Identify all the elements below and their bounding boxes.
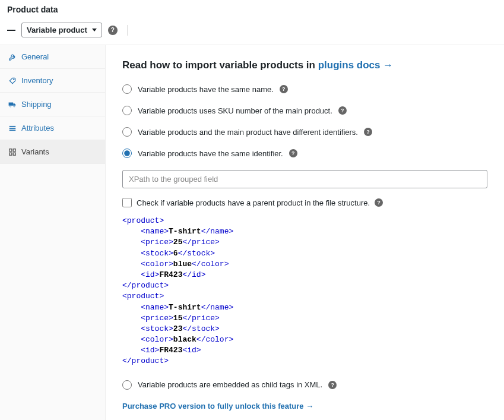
sidebar: General Inventory Shipping Attributes Va… bbox=[0, 45, 106, 420]
tab-attributes[interactable]: Attributes bbox=[0, 116, 105, 140]
xpath-input[interactable] bbox=[122, 170, 487, 188]
radio-label[interactable]: Variable products have the same identifi… bbox=[138, 149, 283, 158]
parent-structure-checkbox[interactable] bbox=[122, 198, 132, 207]
svg-rect-7 bbox=[9, 149, 12, 151]
plugins-docs-link[interactable]: plugins docs → bbox=[318, 59, 394, 71]
content-panel: Read how to import variable products in … bbox=[106, 45, 504, 420]
content-heading: Read how to import variable products in … bbox=[122, 59, 487, 71]
checkbox-label[interactable]: Check if variable products have a parent… bbox=[137, 198, 370, 207]
help-icon[interactable]: ? bbox=[375, 198, 383, 207]
help-icon[interactable]: ? bbox=[338, 106, 347, 115]
truck-icon bbox=[8, 100, 17, 109]
help-icon[interactable]: ? bbox=[108, 26, 118, 35]
list-icon bbox=[8, 124, 17, 132]
radio-label[interactable]: Variable products have the same name. bbox=[138, 85, 274, 94]
tab-label: Variants bbox=[21, 147, 49, 156]
tab-label: Attributes bbox=[21, 124, 54, 132]
help-icon[interactable]: ? bbox=[289, 149, 297, 157]
pro-version-link[interactable]: Purchase PRO version to fully unlock thi… bbox=[122, 402, 313, 410]
svg-rect-4 bbox=[9, 125, 16, 127]
svg-rect-10 bbox=[13, 153, 15, 155]
radio-label[interactable]: Variable products uses SKU number of the… bbox=[138, 106, 332, 115]
svg-point-0 bbox=[14, 79, 14, 80]
svg-rect-6 bbox=[9, 130, 16, 131]
radio-embedded-child-tags[interactable] bbox=[122, 380, 132, 390]
svg-rect-5 bbox=[9, 128, 16, 129]
tab-label: Shipping bbox=[21, 100, 52, 109]
help-icon[interactable]: ? bbox=[280, 85, 288, 93]
tag-icon bbox=[8, 77, 17, 85]
tab-label: General bbox=[21, 52, 49, 61]
svg-rect-8 bbox=[13, 149, 15, 151]
panel-header: Variable product ? bbox=[0, 18, 504, 45]
divider bbox=[127, 25, 128, 36]
help-icon[interactable]: ? bbox=[364, 128, 372, 136]
tab-label: Inventory bbox=[21, 76, 53, 85]
svg-rect-1 bbox=[9, 102, 14, 105]
panel-title: Product data bbox=[0, 0, 504, 14]
svg-rect-9 bbox=[9, 153, 12, 155]
collapse-icon[interactable] bbox=[7, 30, 15, 31]
radio-label[interactable]: Variable products are embedded as child … bbox=[138, 380, 322, 389]
radio-sku-main[interactable] bbox=[122, 106, 132, 115]
help-icon[interactable]: ? bbox=[328, 381, 337, 389]
product-type-value: Variable product bbox=[27, 26, 87, 34]
svg-point-3 bbox=[14, 105, 15, 106]
tab-shipping[interactable]: Shipping bbox=[0, 93, 105, 116]
xml-example: <product> <name>T-shirt</name> <price>25… bbox=[122, 216, 487, 367]
radio-different-ids[interactable] bbox=[122, 127, 132, 137]
tab-inventory[interactable]: Inventory bbox=[0, 69, 105, 93]
radio-same-name[interactable] bbox=[122, 84, 132, 94]
chevron-down-icon bbox=[92, 29, 97, 31]
radio-label[interactable]: Variable products and the main product h… bbox=[138, 128, 358, 137]
tab-variants[interactable]: Variants bbox=[0, 140, 105, 164]
svg-point-2 bbox=[9, 105, 11, 106]
tab-general[interactable]: General bbox=[0, 45, 105, 69]
product-type-select[interactable]: Variable product bbox=[21, 23, 102, 37]
radio-same-identifier[interactable] bbox=[122, 149, 132, 158]
wrench-icon bbox=[8, 53, 17, 61]
grid-icon bbox=[8, 148, 17, 156]
